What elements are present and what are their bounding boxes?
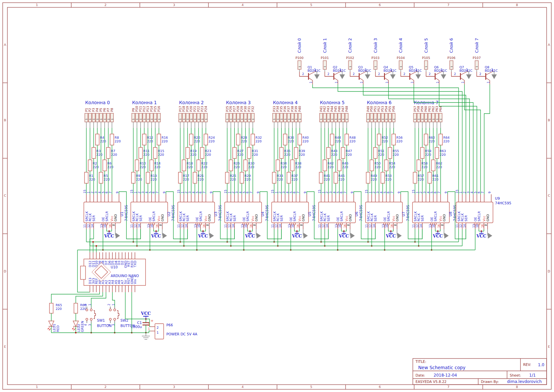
resistor[interactable] — [139, 147, 143, 158]
pin-connector[interactable] — [291, 113, 294, 122]
pin-connector[interactable] — [193, 113, 197, 122]
pin-connector[interactable] — [110, 113, 113, 122]
resistor[interactable] — [236, 134, 240, 145]
resistor[interactable] — [157, 134, 161, 145]
resistor[interactable] — [143, 134, 146, 145]
resistor[interactable] — [178, 172, 182, 183]
pin-connector[interactable] — [107, 113, 110, 122]
resistor[interactable] — [233, 147, 236, 158]
switch-contact[interactable] — [90, 309, 92, 311]
pin-connector[interactable] — [276, 113, 279, 122]
resistor[interactable] — [240, 172, 244, 183]
resistor[interactable] — [374, 147, 377, 158]
resistor[interactable] — [189, 134, 193, 145]
resistor[interactable] — [421, 147, 424, 158]
pin-connector[interactable] — [475, 61, 479, 69]
pin-connector[interactable] — [388, 113, 391, 122]
resistor[interactable] — [272, 172, 276, 183]
switch-contact[interactable] — [90, 318, 92, 320]
pin-connector[interactable] — [298, 61, 301, 69]
resistor[interactable] — [435, 147, 439, 158]
pin-connector[interactable] — [428, 113, 431, 122]
pin-connector[interactable] — [85, 113, 88, 122]
pin-connector[interactable] — [143, 113, 146, 122]
pin-connector[interactable] — [327, 113, 330, 122]
resistor[interactable] — [200, 147, 204, 158]
pin-connector[interactable] — [92, 113, 95, 122]
pin-connector[interactable] — [190, 113, 193, 122]
pin-connector[interactable] — [89, 113, 92, 122]
resistor[interactable] — [381, 172, 385, 183]
pin-connector[interactable] — [182, 113, 185, 122]
pin-connector[interactable] — [370, 113, 373, 122]
pin-connector[interactable] — [413, 113, 417, 122]
pin-connector[interactable] — [240, 113, 243, 122]
resistor[interactable] — [182, 160, 186, 171]
pin-connector[interactable] — [435, 113, 438, 122]
resistor[interactable] — [377, 134, 381, 145]
resistor[interactable] — [439, 134, 442, 145]
pin-connector[interactable] — [399, 61, 402, 69]
pin-connector[interactable] — [348, 61, 352, 69]
pin-connector[interactable] — [294, 113, 297, 122]
resistor[interactable] — [85, 172, 88, 183]
resistor[interactable] — [131, 172, 135, 183]
pin-connector[interactable] — [341, 113, 344, 122]
resistor[interactable] — [276, 160, 280, 171]
pin-connector[interactable] — [132, 113, 135, 122]
resistor[interactable] — [327, 147, 330, 158]
pin-connector[interactable] — [229, 113, 232, 122]
resistor[interactable] — [366, 172, 370, 183]
resistor[interactable] — [294, 147, 298, 158]
pin-connector[interactable] — [226, 113, 229, 122]
resistor[interactable] — [287, 172, 291, 183]
pin-connector[interactable] — [334, 113, 337, 122]
pin-connector[interactable] — [425, 61, 428, 69]
pin-connector[interactable] — [197, 113, 200, 122]
resistor[interactable] — [392, 134, 395, 145]
pin-connector[interactable] — [425, 113, 428, 122]
resistor[interactable] — [334, 172, 338, 183]
resistor[interactable] — [110, 134, 114, 145]
pin-connector[interactable] — [374, 61, 377, 69]
resistor[interactable] — [388, 147, 392, 158]
pin-connector[interactable] — [233, 113, 236, 122]
resistor[interactable] — [193, 172, 197, 183]
resistor[interactable] — [88, 160, 92, 171]
resistor[interactable] — [428, 172, 432, 183]
pin-connector[interactable] — [154, 113, 157, 122]
resistor[interactable] — [291, 160, 294, 171]
resistor[interactable] — [338, 160, 341, 171]
pin-connector[interactable] — [186, 113, 189, 122]
resistor[interactable] — [413, 172, 417, 183]
pin-connector[interactable] — [150, 113, 153, 122]
pin-connector[interactable] — [345, 113, 348, 122]
power-connector[interactable] — [155, 324, 164, 339]
resistor[interactable] — [153, 147, 157, 158]
pin-connector[interactable] — [157, 113, 160, 122]
pin-connector[interactable] — [298, 113, 301, 122]
pin-connector[interactable] — [247, 113, 251, 122]
pin-connector[interactable] — [244, 113, 247, 122]
resistor[interactable] — [432, 160, 435, 171]
pin-connector[interactable] — [439, 113, 442, 122]
pin-connector[interactable] — [103, 113, 106, 122]
pin-connector[interactable] — [450, 61, 453, 69]
switch-contact[interactable] — [109, 309, 111, 311]
switch-contact[interactable] — [109, 318, 111, 320]
pin-connector[interactable] — [135, 113, 138, 122]
resistor[interactable] — [225, 172, 229, 183]
resistor[interactable] — [417, 160, 421, 171]
pin-connector[interactable] — [323, 61, 327, 69]
resistor[interactable] — [247, 147, 251, 158]
pin-connector[interactable] — [251, 113, 254, 122]
resistor[interactable] — [74, 303, 78, 313]
pin-connector[interactable] — [421, 113, 424, 122]
resistor[interactable] — [103, 160, 107, 171]
resistor[interactable] — [385, 160, 388, 171]
pin-connector[interactable] — [374, 113, 377, 122]
resistor[interactable] — [197, 160, 201, 171]
pin-connector[interactable] — [323, 113, 326, 122]
pin-connector[interactable] — [147, 113, 150, 122]
resistor[interactable] — [229, 160, 233, 171]
